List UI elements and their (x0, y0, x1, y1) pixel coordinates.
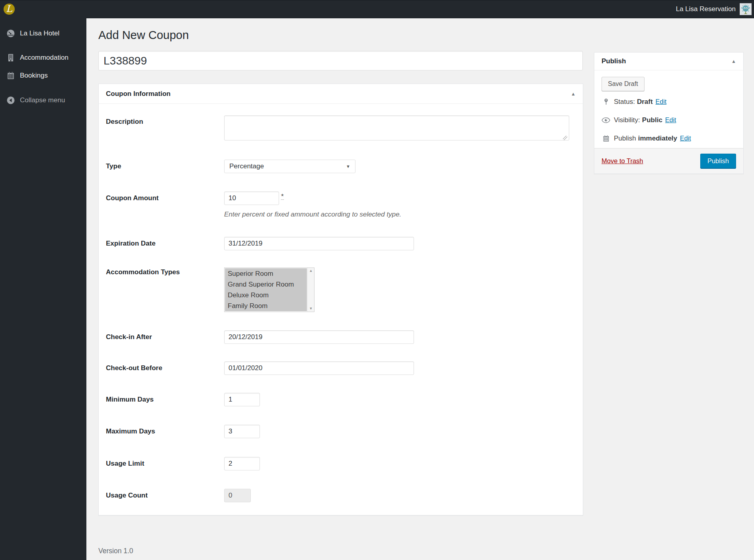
field-row-minimum-days: Minimum Days (99, 393, 583, 406)
visibility-prefix: Visibility: (614, 116, 640, 124)
status-row: Status: Draft Edit (602, 98, 666, 106)
site-name-label: La Lisa Reservation (676, 5, 736, 13)
publish-panel-title: Publish (602, 57, 626, 65)
visibility-edit-link[interactable]: Edit (665, 117, 676, 124)
check-in-after-input[interactable] (224, 330, 414, 344)
field-row-description: Description (99, 115, 583, 140)
publishing-actions: Move to Trash Publish (594, 148, 743, 174)
site-logo[interactable]: L (4, 4, 15, 15)
field-row-expiration-date: Expiration Date (99, 237, 583, 250)
coupon-amount-help-text: Enter percent or fixed ammount according… (224, 211, 401, 219)
type-select[interactable]: Percentage ▼ (224, 160, 356, 173)
field-row-coupon-amount: Coupon Amount * Enter percent or fixed a… (99, 191, 583, 205)
expiration-date-label: Expiration Date (106, 237, 221, 250)
check-in-after-label: Check-in After (106, 330, 221, 344)
user-avatar (740, 3, 752, 15)
field-row-check-out-before: Check-out Before (99, 361, 583, 375)
building-icon (6, 53, 16, 62)
listbox-option[interactable]: Superior Room (225, 268, 307, 279)
version-label: Version 1.0 (98, 547, 133, 555)
dashboard-icon (6, 29, 16, 38)
coupon-code-input[interactable] (98, 51, 583, 70)
admin-bar-account[interactable]: La Lisa Reservation (676, 3, 754, 15)
sidebar-item-label: Accommodation (20, 54, 68, 62)
schedule-value: immediately (638, 135, 677, 142)
sidebar-item-accommodation[interactable]: Accommodation (0, 49, 86, 66)
status-edit-link[interactable]: Edit (656, 98, 667, 105)
type-select-value: Percentage (229, 162, 264, 170)
collapse-arrow-icon (6, 96, 16, 105)
scroll-down-icon[interactable]: ▼ (309, 307, 313, 310)
maximum-days-input[interactable] (224, 425, 260, 438)
visibility-row: Visibility: Public Edit (602, 116, 676, 124)
coupon-information-panel: Coupon Information ▲ Description Type Pe… (98, 84, 583, 515)
required-mark: * (281, 194, 284, 200)
field-row-accommodation-types: Accommodation Types Superior RoomGrand S… (99, 267, 583, 312)
coupon-amount-label: Coupon Amount (106, 191, 221, 205)
usage-limit-label: Usage Limit (106, 457, 221, 470)
check-out-before-label: Check-out Before (106, 361, 221, 375)
listbox-option[interactable]: Family Room (225, 300, 307, 311)
panel-collapse-icon[interactable]: ▲ (731, 59, 736, 64)
visibility-value: Public (642, 116, 662, 124)
publish-panel-header[interactable]: Publish ▲ (594, 53, 743, 70)
listbox-option[interactable]: Grand Superior Room (225, 279, 307, 290)
usage-limit-input[interactable] (224, 457, 260, 470)
coupon-amount-input[interactable] (224, 191, 279, 205)
page-title: Add New Coupon (98, 29, 189, 42)
coupon-panel-header[interactable]: Coupon Information ▲ (99, 84, 583, 104)
maximum-days-label: Maximum Days (106, 425, 221, 438)
type-label: Type (106, 160, 221, 173)
pin-status-icon (602, 98, 610, 106)
minimum-days-label: Minimum Days (106, 393, 221, 406)
coupon-panel-title: Coupon Information (106, 90, 170, 98)
expiration-date-input[interactable] (224, 237, 414, 250)
app-root: La Lisa Hotel Accommodation (0, 0, 754, 560)
field-row-type: Type Percentage ▼ (99, 160, 583, 173)
calendar-icon (6, 71, 16, 80)
save-draft-button[interactable]: Save Draft (602, 77, 645, 91)
scroll-up-icon[interactable]: ▲ (309, 269, 313, 273)
field-row-usage-count: Usage Count (99, 489, 583, 502)
listbox-option[interactable]: Deluxe Room (225, 290, 307, 300)
accommodation-types-listbox[interactable]: Superior RoomGrand Superior RoomDeluxe R… (224, 267, 314, 312)
listbox-scrollbar[interactable]: ▲ ▼ (307, 268, 314, 312)
schedule-row: Publish immediately Edit (602, 135, 691, 142)
chevron-down-icon: ▼ (346, 164, 350, 169)
description-textarea[interactable] (224, 115, 569, 140)
field-row-check-in-after: Check-in After (99, 330, 583, 344)
sidebar-item-label: Bookings (20, 72, 48, 80)
collapse-menu-label: Collapse menu (20, 96, 65, 104)
status-prefix: Status: (614, 98, 635, 106)
accommodation-types-label: Accommodation Types (106, 268, 221, 276)
collapse-menu-button[interactable]: Collapse menu (0, 92, 86, 109)
schedule-prefix: Publish (614, 135, 636, 142)
usage-count-label: Usage Count (106, 489, 221, 502)
status-value: Draft (637, 98, 653, 106)
usage-count-input (224, 489, 251, 502)
sidebar-item-la-lisa-hotel[interactable]: La Lisa Hotel (0, 25, 86, 42)
schedule-edit-link[interactable]: Edit (680, 135, 691, 142)
eye-icon (602, 117, 610, 123)
admin-bar: L La Lisa Reservation (0, 0, 754, 18)
calendar-small-icon (602, 135, 610, 142)
check-out-before-input[interactable] (224, 361, 414, 375)
sidebar-item-bookings[interactable]: Bookings (0, 67, 86, 84)
publish-panel: Publish ▲ Save Draft Status: Draft Edit (594, 52, 744, 174)
description-label: Description (106, 118, 221, 126)
minimum-days-input[interactable] (224, 393, 260, 406)
field-row-usage-limit: Usage Limit (99, 457, 583, 470)
publish-button[interactable]: Publish (700, 154, 736, 168)
field-row-maximum-days: Maximum Days (99, 425, 583, 438)
admin-sidebar: La Lisa Hotel Accommodation (0, 0, 86, 560)
sidebar-item-label: La Lisa Hotel (20, 29, 59, 37)
move-to-trash-link[interactable]: Move to Trash (602, 157, 643, 165)
panel-collapse-icon[interactable]: ▲ (571, 92, 576, 96)
